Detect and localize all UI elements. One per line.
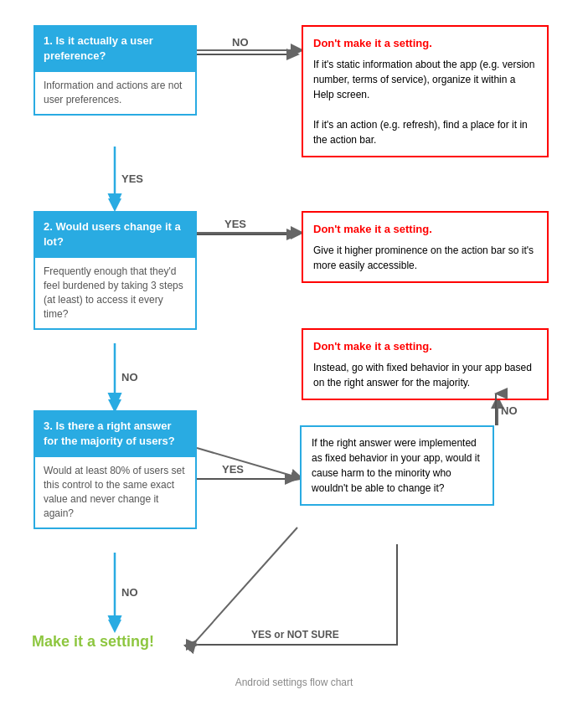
q3-label: 3. Is there a right answer for the major… — [34, 410, 197, 457]
no3-label: NO — [501, 404, 518, 417]
no2-label: NO — [121, 371, 138, 383]
question-3: 3. Is there a right answer for the major… — [34, 410, 197, 529]
question-4: If the right answer were implemented as … — [300, 425, 494, 506]
r3-body: Instead, go with fixed behavior in your … — [313, 360, 537, 390]
yes1-label: YES — [121, 172, 143, 185]
no4-label: NO — [121, 586, 138, 599]
result-3: Don't make it a setting. Instead, go wit… — [302, 328, 549, 400]
r1-title: Don't make it a setting. — [313, 35, 537, 52]
result-2: Don't make it a setting. Give it higher … — [302, 211, 549, 283]
r3-title: Don't make it a setting. — [313, 338, 537, 355]
q2-label: 2. Would users change it a lot? — [34, 211, 197, 258]
r2-title: Don't make it a setting. — [313, 221, 537, 238]
caption: Android settings flow chart — [0, 677, 588, 688]
svg-line-4 — [197, 448, 297, 477]
yes3-label: YES — [222, 463, 244, 476]
yes2-label: YES — [224, 218, 246, 230]
r2-body: Give it higher prominence on the action … — [313, 243, 537, 273]
result-1: Don't make it a setting. If it's static … — [302, 25, 549, 157]
yes-or-not-sure-label: YES or NOT SURE — [251, 629, 339, 641]
q2-subtext: Frequently enough that they'd feel burde… — [34, 258, 197, 329]
make-setting: Make it a setting! — [32, 633, 154, 651]
q4-body: If the right answer were implemented as … — [312, 437, 480, 494]
question-2: 2. Would users change it a lot? Frequent… — [34, 211, 197, 330]
no1-label: NO — [232, 36, 249, 49]
q1-subtext: Information and actions are not user pre… — [34, 72, 197, 116]
diagram-container: 1. Is it actually a user preference? Inf… — [0, 0, 588, 705]
make-setting-label: Make it a setting! — [32, 633, 154, 650]
question-1: 1. Is it actually a user preference? Inf… — [34, 25, 197, 116]
q3-subtext: Would at least 80% of users set this con… — [34, 457, 197, 528]
r1-body: If it's static information about the app… — [313, 57, 537, 147]
svg-line-7 — [193, 527, 297, 645]
q1-label: 1. Is it actually a user preference? — [34, 25, 197, 72]
